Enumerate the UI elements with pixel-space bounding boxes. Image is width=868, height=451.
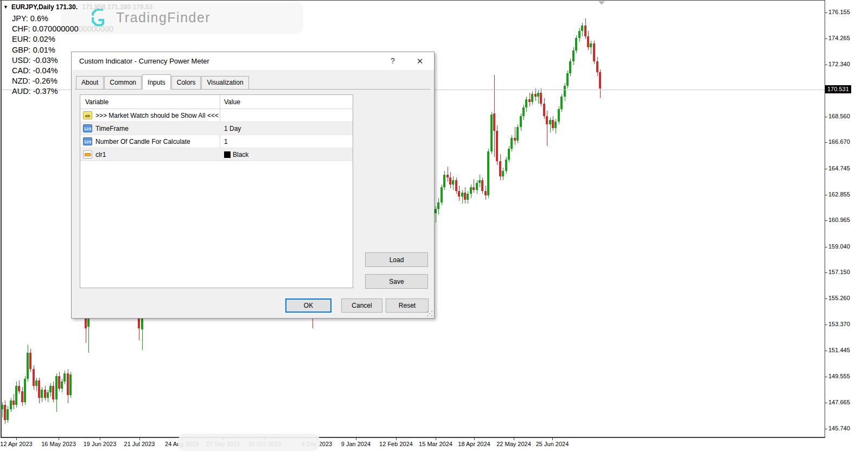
table-row-clr1[interactable]: clr1 Black	[80, 148, 353, 161]
candle-body	[484, 191, 487, 195]
price-tick	[825, 247, 827, 247]
candle-wick	[474, 179, 474, 193]
candle-body	[508, 149, 510, 160]
inputs-table: Variable Value ab >>> Market Watch shoul…	[80, 94, 353, 288]
chart-shift-marker-icon[interactable]	[598, 1, 605, 5]
ok-button[interactable]: OK	[285, 298, 331, 313]
candle-body	[493, 113, 495, 131]
price-tick	[825, 377, 827, 377]
price-tick	[825, 325, 827, 325]
candle-wick	[515, 127, 515, 145]
date-tick	[16, 438, 17, 440]
candle-body	[63, 373, 66, 382]
price-axis-label: 145.740	[828, 425, 850, 431]
candle-body	[7, 409, 9, 420]
tab-colors[interactable]: Colors	[171, 76, 201, 89]
candle-body	[599, 72, 601, 88]
date-axis-label: 12 Apr 2023	[0, 441, 32, 447]
table-row-candle-count[interactable]: 123 Number Of Candle For Calculate 1	[80, 135, 353, 148]
mt4-chart-window: 176.155174.265172.340168.560166.670164.7…	[0, 0, 868, 451]
price-axis-label: 147.665	[828, 399, 850, 405]
candle-body	[502, 171, 504, 176]
candle-body	[467, 194, 469, 199]
candle-body	[38, 380, 40, 398]
candle-body	[487, 151, 489, 195]
candle-body	[473, 187, 475, 190]
candle-body	[55, 376, 58, 399]
date-tick	[356, 438, 356, 440]
dialog-resize-grip[interactable]	[426, 310, 433, 317]
candle-body	[476, 183, 478, 190]
price-tick	[825, 12, 827, 13]
load-button[interactable]: Load	[365, 252, 428, 267]
symbol-period-readout[interactable]: ▼EURJPY,Daily 171.30.171.958 171.380 179…	[3, 3, 152, 11]
candle-body	[478, 180, 481, 183]
candle-body	[522, 107, 525, 116]
price-axis-label: 155.260	[828, 295, 850, 301]
date-axis-label: 21 Jul 2023	[124, 441, 155, 447]
candle-body	[44, 390, 46, 398]
table-row-timeframe[interactable]: 123 TimeFrame 1 Day	[80, 122, 353, 135]
candle-body	[499, 161, 501, 176]
candle-body	[35, 380, 37, 386]
table-row-market-watch[interactable]: ab >>> Market Watch should be Show All <…	[80, 109, 353, 122]
price-axis-label: 168.560	[828, 113, 850, 119]
close-icon[interactable]: ✕	[412, 52, 428, 70]
date-axis-label: 22 May 2024	[496, 441, 531, 447]
help-button[interactable]: ?	[385, 52, 401, 70]
price-tick	[825, 429, 827, 429]
candle-body	[464, 193, 466, 200]
candle-body	[435, 209, 437, 213]
candle-body	[1, 405, 3, 409]
price-axis-label: 157.150	[828, 269, 850, 275]
chart-dropdown-icon[interactable]: ▼	[3, 4, 8, 10]
candle-body	[566, 73, 569, 86]
candle-body	[47, 392, 49, 398]
date-axis-label: 15 Mar 2024	[419, 441, 452, 447]
column-value: Value	[224, 98, 240, 106]
reset-button[interactable]: Reset	[386, 298, 429, 313]
cancel-button[interactable]: Cancel	[341, 298, 382, 313]
price-axis-label: 166.670	[828, 138, 850, 145]
chart-right-border	[825, 0, 825, 438]
price-tick	[825, 298, 827, 299]
price-tick	[825, 117, 827, 117]
candle-body	[549, 120, 551, 124]
candle-body	[446, 175, 449, 177]
candle-body	[510, 138, 513, 149]
currency-strength-gbp: GBP: 0.01%	[12, 46, 55, 54]
price-axis-label: 172.340	[828, 61, 850, 67]
candle-body	[27, 353, 29, 379]
dialog-titlebar[interactable]: Custom Indicator - Currency Power Meter …	[72, 52, 434, 70]
tab-visualization[interactable]: Visualization	[201, 76, 248, 89]
date-tick	[59, 438, 59, 440]
price-axis-label: 153.370	[828, 321, 850, 327]
candle-body	[558, 109, 560, 122]
candle-body	[52, 386, 54, 399]
candle-body	[452, 180, 454, 185]
candle-body	[12, 401, 15, 405]
candle-body	[10, 401, 12, 409]
candle-body	[575, 38, 577, 50]
price-axis-label: 160.965	[828, 217, 850, 223]
candle-body	[514, 138, 516, 141]
candle-body	[534, 94, 537, 97]
candle-body	[554, 122, 557, 129]
tab-about[interactable]: About	[76, 76, 104, 89]
tab-common[interactable]: Common	[104, 76, 142, 89]
price-axis-label: 174.265	[828, 35, 850, 41]
candle-body	[560, 97, 563, 109]
tab-inputs[interactable]: Inputs	[142, 74, 171, 90]
candle-body	[15, 386, 17, 405]
currency-strength-chf: CHF: 0.07000000000000000	[12, 24, 113, 33]
candle-wick	[591, 41, 591, 54]
chart-left-border	[1, 0, 2, 437]
number-type-icon: 123	[83, 137, 92, 145]
candle-body	[449, 177, 451, 185]
save-button[interactable]: Save	[365, 274, 428, 289]
price-axis-label: 159.040	[828, 243, 850, 250]
price-tick	[825, 351, 827, 351]
color-type-icon	[83, 150, 92, 158]
tradingfinder-watermark-bottom	[178, 434, 320, 451]
price-tick	[825, 403, 827, 403]
